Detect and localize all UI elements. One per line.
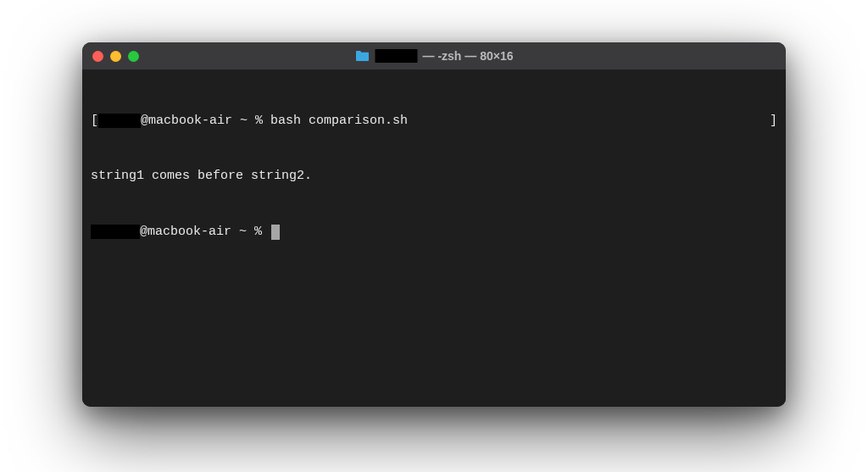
prompt-text: @macbook-air ~ % <box>140 223 270 242</box>
redacted-user <box>98 114 141 128</box>
terminal-window: — -zsh — 80×16 [ @macbook-air ~ % bash c… <box>82 42 786 407</box>
minimize-button[interactable] <box>110 51 121 62</box>
terminal-body[interactable]: [ @macbook-air ~ % bash comparison.sh ] … <box>82 69 786 407</box>
prompt-bracket-close: ] <box>770 112 777 130</box>
close-button[interactable] <box>92 51 103 62</box>
maximize-button[interactable] <box>128 51 139 62</box>
terminal-line-1: [ @macbook-air ~ % bash comparison.sh ] <box>91 112 777 130</box>
prompt-bracket-open: [ <box>91 112 98 130</box>
titlebar: — -zsh — 80×16 <box>82 42 786 69</box>
command-text: bash comparison.sh <box>270 112 408 130</box>
output-text: string1 comes before string2. <box>91 167 312 186</box>
terminal-line-2: string1 comes before string2. <box>91 167 777 186</box>
cursor <box>271 225 280 240</box>
window-title: — -zsh — 80×16 <box>355 49 514 63</box>
prompt-text: @macbook-air ~ % <box>141 112 270 130</box>
folder-icon <box>355 50 370 62</box>
traffic-lights <box>92 51 139 62</box>
terminal-line-3: @macbook-air ~ % <box>91 223 777 242</box>
title-text: — -zsh — 80×16 <box>423 49 514 63</box>
redacted-username <box>376 49 418 63</box>
redacted-user <box>91 225 140 239</box>
